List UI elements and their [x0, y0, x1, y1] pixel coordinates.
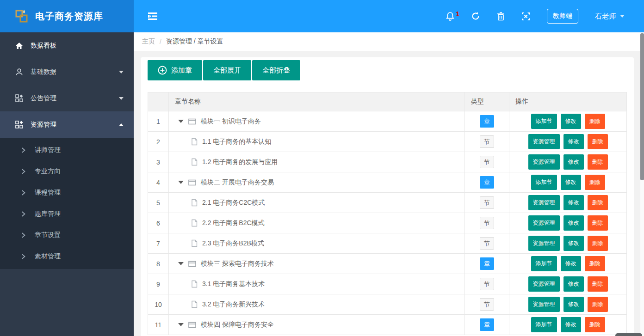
table-row: 52.1 电子商务C2C模式节资源管理修改删除 [148, 193, 627, 213]
table-row: 1模块一 初识电子商务章添加节修改删除 [148, 111, 627, 132]
chevron-right-icon [21, 169, 25, 174]
row-index: 1 [148, 111, 169, 132]
row-name-cell: 1.1 电子商务的基本认知 [169, 132, 465, 152]
table-row: 72.3 电子商务B2B模式节资源管理修改删除 [148, 233, 627, 254]
row-type-cell: 节 [465, 152, 509, 172]
sidebar-item-dashboard[interactable]: 数据看板 [0, 32, 134, 59]
submenu-item-0[interactable]: 讲师管理 [0, 140, 134, 161]
delete-button[interactable]: 删除 [588, 134, 608, 149]
edit-button[interactable]: 修改 [564, 134, 584, 149]
plus-circle-icon [158, 66, 167, 75]
header-action: 操作 [509, 92, 627, 111]
add-section-button[interactable]: 添加节 [531, 317, 557, 332]
grid-icon [14, 121, 24, 128]
row-name-cell: 3.1 电子商务基本技术 [169, 274, 465, 294]
fullscreen-icon[interactable] [521, 12, 530, 21]
trash-icon[interactable] [497, 12, 505, 21]
caret-down-icon [620, 15, 625, 18]
edit-button[interactable]: 修改 [561, 114, 581, 129]
submenu-item-4[interactable]: 章节设置 [0, 225, 134, 246]
type-badge: 节 [480, 298, 494, 311]
caret-down-icon[interactable] [178, 181, 184, 184]
row-index: 7 [148, 233, 169, 254]
app-logo: 电子商务资源库 [0, 0, 134, 32]
resource-manage-button[interactable]: 资源管理 [528, 236, 560, 251]
vertical-scrollbar-thumb[interactable] [640, 33, 644, 180]
delete-button[interactable]: 删除 [585, 256, 605, 271]
delete-button[interactable]: 删除 [585, 114, 605, 129]
submenu-item-5[interactable]: 素材管理 [0, 246, 134, 267]
resource-manage-button[interactable]: 资源管理 [528, 195, 560, 210]
table-row: 8模块三 探索电子商务技术章添加节修改删除 [148, 254, 627, 274]
table-row: 103.2 电子商务新兴技术节资源管理修改删除 [148, 294, 627, 315]
row-type-cell: 节 [465, 294, 509, 315]
submenu-item-2[interactable]: 课程管理 [0, 182, 134, 203]
delete-button[interactable]: 删除 [588, 236, 608, 251]
add-section-button[interactable]: 添加节 [531, 256, 557, 271]
edit-button[interactable]: 修改 [561, 317, 581, 332]
add-section-button[interactable]: 添加节 [531, 114, 557, 129]
resource-manage-button[interactable]: 资源管理 [528, 134, 560, 149]
delete-button[interactable]: 删除 [588, 195, 608, 210]
row-name-cell: 模块一 初识电子商务 [169, 111, 465, 132]
folder-icon [188, 322, 196, 328]
edit-button[interactable]: 修改 [564, 297, 584, 312]
row-name-cell: 模块三 探索电子商务技术 [169, 254, 465, 274]
caret-down-icon[interactable] [178, 323, 184, 326]
edit-button[interactable]: 修改 [564, 154, 584, 170]
resource-manage-button[interactable]: 资源管理 [528, 154, 560, 170]
delete-button[interactable]: 删除 [588, 154, 608, 170]
type-badge: 节 [480, 196, 494, 209]
type-badge: 节 [480, 217, 494, 229]
sidebar-collapse-icon[interactable] [148, 12, 158, 20]
delete-button[interactable]: 删除 [588, 215, 608, 231]
row-type-cell: 节 [465, 213, 509, 233]
edit-button[interactable]: 修改 [564, 276, 584, 292]
delete-button[interactable]: 删除 [585, 175, 605, 190]
notification-bell-icon[interactable]: 1 [446, 12, 454, 21]
sidebar-item-resources[interactable]: 资源管理 [0, 111, 134, 138]
row-index: 3 [148, 152, 169, 172]
teacher-portal-button[interactable]: 教师端 [547, 9, 578, 24]
topbar: 1 教师端 石老师 [134, 0, 644, 32]
delete-button[interactable]: 删除 [588, 276, 608, 292]
delete-button[interactable]: 删除 [588, 297, 608, 312]
refresh-icon[interactable] [471, 12, 480, 21]
edit-button[interactable]: 修改 [561, 175, 581, 190]
edit-button[interactable]: 修改 [564, 215, 584, 231]
edit-button[interactable]: 修改 [564, 236, 584, 251]
sidebar-item-basic-data[interactable]: 基础数据 [0, 59, 134, 85]
user-menu[interactable]: 石老师 [595, 12, 625, 21]
delete-button[interactable]: 删除 [585, 317, 605, 332]
resource-manage-button[interactable]: 资源管理 [528, 215, 560, 231]
add-section-button[interactable]: 添加节 [531, 175, 557, 190]
row-name: 模块一 初识电子商务 [201, 117, 261, 126]
type-badge: 节 [480, 156, 494, 168]
caret-down-icon[interactable] [178, 120, 184, 123]
sidebar-item-label: 公告管理 [31, 94, 119, 103]
sidebar-item-announcements[interactable]: 公告管理 [0, 85, 134, 111]
submenu-item-1[interactable]: 专业方向 [0, 161, 134, 182]
row-index: 5 [148, 193, 169, 213]
table-row: 4模块二 开展电子商务交易章添加节修改删除 [148, 172, 627, 193]
header-type: 类型 [465, 92, 509, 111]
file-icon [191, 280, 198, 288]
edit-button[interactable]: 修改 [564, 195, 584, 210]
submenu-item-3[interactable]: 题库管理 [0, 203, 134, 225]
breadcrumb-home[interactable]: 主页 [142, 37, 155, 46]
caret-down-icon[interactable] [178, 262, 184, 265]
collapse-all-button[interactable]: 全部折叠 [252, 60, 300, 80]
resource-manage-button[interactable]: 资源管理 [528, 276, 560, 292]
row-index: 2 [148, 132, 169, 152]
row-actions: 添加节修改删除 [509, 172, 627, 193]
grid-icon [14, 94, 24, 102]
horizontal-scrollbar-thumb[interactable] [615, 333, 642, 336]
vertical-scrollbar-track[interactable] [640, 32, 644, 336]
edit-button[interactable]: 修改 [561, 256, 581, 271]
resource-manage-button[interactable]: 资源管理 [528, 297, 560, 312]
row-index: 9 [148, 274, 169, 294]
submenu-item-label: 专业方向 [35, 167, 61, 176]
row-actions: 资源管理修改删除 [509, 132, 627, 152]
expand-all-button[interactable]: 全部展开 [203, 60, 251, 80]
add-chapter-button[interactable]: 添加章 [148, 60, 202, 80]
